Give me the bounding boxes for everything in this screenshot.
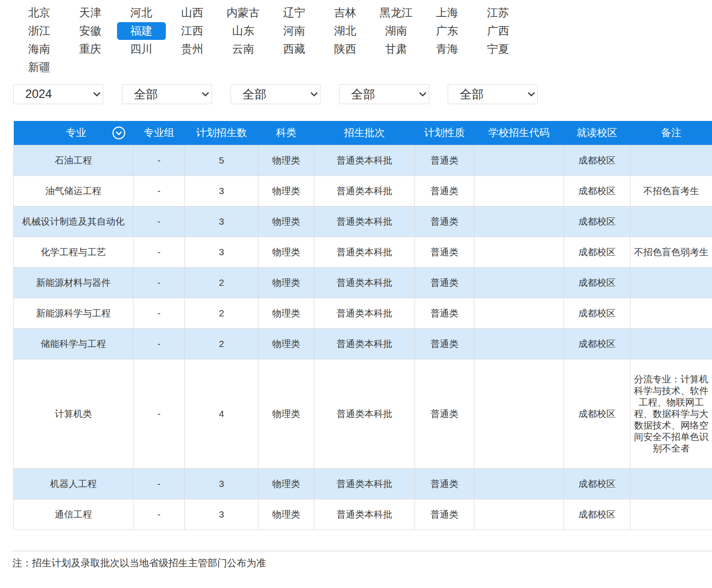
filter-select-value: 2024 [25, 87, 52, 101]
table-cell: - [133, 267, 185, 298]
province-item[interactable]: 海南 [14, 40, 65, 58]
table-row: 石油工程-5物理类普通类本科批普通类成都校区 [14, 145, 712, 175]
table-cell: 物理类 [258, 328, 314, 359]
province-label: 江西 [181, 23, 203, 38]
table-cell: 3 [185, 499, 258, 530]
province-item[interactable]: 河北 [116, 4, 167, 22]
province-label: 天津 [79, 5, 102, 20]
table-cell: 储能科学与工程 [14, 328, 133, 359]
table-row: 新能源材料与器件-2物理类普通类本科批普通类成都校区 [14, 267, 712, 298]
table-cell: - [133, 499, 185, 530]
table-cell: - [133, 145, 185, 175]
table-cell: 物理类 [258, 145, 314, 175]
filter-select-filter5[interactable]: 全部 [448, 84, 538, 104]
province-label: 湖南 [385, 23, 407, 38]
table-cell: 普通类 [415, 267, 474, 298]
province-label: 新疆 [28, 60, 51, 74]
province-item[interactable]: 广西 [473, 22, 524, 40]
province-item[interactable]: 山西 [167, 4, 218, 22]
column-header: 招生批次 [314, 121, 415, 145]
province-item[interactable]: 黑龙江 [371, 4, 422, 22]
province-label: 浙江 [28, 23, 51, 38]
province-item[interactable]: 贵州 [167, 40, 218, 58]
table-cell: 5 [185, 145, 258, 175]
table-cell: 分流专业：计算机科学与技术、软件工程、物联网工程、数据科学与大数据技术、网络空间… [630, 359, 712, 468]
province-item[interactable]: 吉林 [320, 4, 371, 22]
filter-select-year[interactable]: 2024 [13, 84, 103, 104]
province-item[interactable]: 辽宁 [269, 4, 320, 22]
province-item[interactable]: 山东 [218, 22, 269, 40]
table-row: 油气储运工程-3物理类普通类本科批普通类成都校区不招色盲考生 [14, 175, 712, 206]
collapse-chevron-icon[interactable] [112, 126, 125, 140]
table-cell: 普通类 [415, 499, 474, 530]
divider [12, 551, 712, 551]
province-item[interactable]: 河南 [269, 22, 320, 40]
filter-select-filter4[interactable]: 全部 [339, 84, 429, 104]
province-label: 黑龙江 [379, 5, 413, 20]
table-cell: 普通类本科批 [314, 206, 415, 237]
province-item[interactable]: 青海 [422, 40, 473, 58]
table-cell: 物理类 [258, 237, 314, 267]
province-item[interactable]: 江苏 [473, 4, 524, 22]
province-item[interactable]: 北京 [14, 4, 65, 22]
province-label: 海南 [28, 42, 51, 56]
table-cell [630, 468, 712, 499]
column-header: 科类 [258, 121, 314, 145]
province-item[interactable]: 重庆 [65, 40, 116, 58]
table-cell: 普通类本科批 [314, 328, 415, 359]
table-cell: 物理类 [258, 298, 314, 328]
province-item-selected[interactable]: 福建 [116, 22, 167, 40]
province-item[interactable]: 四川 [116, 40, 167, 58]
table-cell [474, 206, 564, 237]
table-cell [630, 328, 712, 359]
province-item[interactable]: 江西 [167, 22, 218, 40]
province-item[interactable]: 天津 [65, 4, 116, 22]
province-item[interactable]: 新疆 [14, 58, 65, 76]
table-cell: - [133, 237, 185, 267]
province-item[interactable]: 西藏 [269, 40, 320, 58]
province-item[interactable]: 内蒙古 [218, 4, 269, 22]
province-label: 四川 [130, 42, 153, 56]
table-cell [474, 267, 564, 298]
chevron-down-icon [202, 92, 209, 97]
province-item[interactable]: 上海 [422, 4, 473, 22]
province-item[interactable]: 湖北 [320, 22, 371, 40]
table-cell: 普通类 [415, 237, 474, 267]
province-item[interactable]: 广东 [422, 22, 473, 40]
table-row: 机器人工程-3物理类普通类本科批普通类成都校区 [14, 468, 712, 499]
table-cell: - [133, 328, 185, 359]
province-item[interactable]: 云南 [218, 40, 269, 58]
filter-select-filter3[interactable]: 全部 [231, 84, 321, 104]
footnote: 注：招生计划及录取批次以当地省级招生主管部门公布为准 [12, 557, 712, 570]
table-cell: 普通类 [415, 328, 474, 359]
table-cell: 成都校区 [564, 267, 630, 298]
table-row: 计算机类-4物理类普通类本科批普通类成都校区分流专业：计算机科学与技术、软件工程… [14, 359, 712, 468]
province-label: 安徽 [79, 23, 102, 38]
province-label: 河北 [130, 5, 153, 20]
province-item[interactable]: 陕西 [320, 40, 371, 58]
table-cell: 成都校区 [564, 359, 630, 468]
table-cell: 物理类 [258, 267, 314, 298]
province-item[interactable]: 安徽 [65, 22, 116, 40]
table-cell: 不招色盲考生 [630, 175, 712, 206]
filter-select-value: 全部 [243, 86, 266, 102]
chevron-down-icon [419, 92, 426, 97]
table-row: 储能科学与工程-2物理类普通类本科批普通类成都校区 [14, 328, 712, 359]
table-cell: - [133, 298, 185, 328]
province-label: 西藏 [283, 42, 305, 56]
province-item[interactable]: 浙江 [14, 22, 65, 40]
province-item[interactable]: 湖南 [371, 22, 422, 40]
province-item[interactable]: 甘肃 [371, 40, 422, 58]
province-label: 内蒙古 [227, 5, 260, 20]
column-header: 学校招生代码 [474, 121, 564, 145]
table-cell: 普通类本科批 [314, 145, 415, 175]
filter-select-filter2[interactable]: 全部 [122, 84, 212, 104]
province-label: 辽宁 [283, 5, 305, 20]
table-cell [474, 145, 564, 175]
table-cell: 普通类本科批 [314, 237, 415, 267]
table-cell: 成都校区 [564, 328, 630, 359]
table-cell: 机械设计制造及其自动化 [14, 206, 133, 237]
province-item[interactable]: 宁夏 [473, 40, 524, 58]
table-cell: - [133, 468, 185, 499]
province-label: 福建 [117, 22, 166, 40]
